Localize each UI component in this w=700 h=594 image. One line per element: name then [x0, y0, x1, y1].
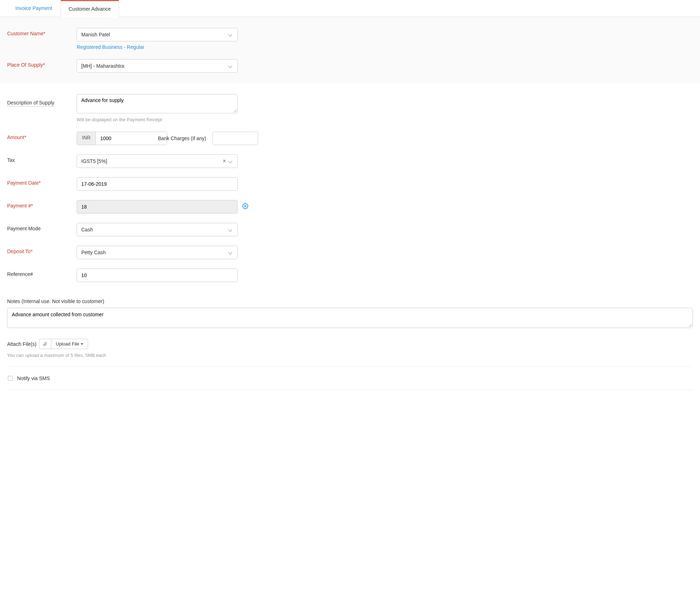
- notes-label: Notes (Internal use. Not visible to cust…: [7, 298, 693, 304]
- tax-select[interactable]: IGST5 [5%] ×: [77, 154, 238, 168]
- caret-down-icon: [81, 343, 83, 345]
- paperclip-icon: [43, 342, 47, 347]
- section-footer: Notes (Internal use. Not visible to cust…: [0, 298, 700, 406]
- notify-sms-label: Notify via SMS: [17, 375, 50, 381]
- registered-business-link[interactable]: Registered Business - Regular: [77, 44, 144, 50]
- bank-charges-input[interactable]: [217, 135, 279, 141]
- reference-input[interactable]: [81, 272, 233, 278]
- reference-label: Reference#: [7, 268, 77, 277]
- notes-textarea-wrap[interactable]: [7, 308, 693, 328]
- deposit-to-select[interactable]: Petty Cash: [77, 246, 238, 259]
- chevron-down-icon: [229, 159, 233, 163]
- customer-name-select[interactable]: Manish Patel: [77, 28, 238, 41]
- description-hint: Will be displayed on the Payment Receipt: [77, 117, 238, 122]
- chevron-down-icon: [229, 227, 233, 232]
- payment-date-input[interactable]: [81, 181, 233, 187]
- payment-number-label: Payment #*: [7, 200, 77, 209]
- svg-point-0: [245, 205, 246, 207]
- tab-customer-advance[interactable]: Customer Advance: [61, 0, 119, 17]
- resize-handle-icon[interactable]: [688, 323, 692, 327]
- upload-file-label: Upload File: [56, 341, 79, 347]
- amount-label: Amount*: [7, 132, 77, 140]
- payment-number-input: [81, 204, 233, 210]
- upload-file-button[interactable]: Upload File: [51, 339, 88, 349]
- section-details: Description of Supply Will be displayed …: [0, 83, 700, 298]
- section-customer: Customer Name* Manish Patel Registered B…: [0, 17, 700, 83]
- payment-mode-label: Payment Mode: [7, 223, 77, 231]
- payment-number-input-wrap: [77, 200, 238, 214]
- payment-date-label: Payment Date*: [7, 177, 77, 186]
- place-of-supply-value: [MH] - Maharashtra: [81, 63, 229, 69]
- description-textarea[interactable]: [77, 94, 238, 113]
- attach-label: Attach File(s): [7, 341, 36, 347]
- description-input[interactable]: [81, 97, 233, 110]
- chevron-down-icon: [229, 32, 233, 37]
- bank-charges-label: Bank Charges (if any): [151, 133, 212, 144]
- customer-name-value: Manish Patel: [81, 32, 229, 37]
- gear-icon[interactable]: [242, 200, 248, 209]
- divider: [7, 390, 693, 390]
- chevron-down-icon: [229, 64, 233, 68]
- tabs-bar: Invoice Payment Customer Advance: [0, 0, 700, 17]
- deposit-to-label: Deposit To*: [7, 246, 77, 254]
- payment-date-input-wrap[interactable]: [77, 177, 238, 191]
- payment-mode-value: Cash: [81, 227, 229, 232]
- currency-addon: INR: [77, 132, 96, 145]
- tax-value: IGST5 [5%]: [81, 158, 223, 164]
- place-of-supply-label: Place Of Supply*: [7, 59, 77, 68]
- place-of-supply-select[interactable]: [MH] - Maharashtra: [77, 59, 238, 73]
- clear-icon[interactable]: ×: [223, 158, 226, 164]
- resize-handle-icon[interactable]: [233, 109, 237, 112]
- attachment-icon-button[interactable]: [39, 339, 51, 349]
- tax-label: Tax: [7, 154, 77, 163]
- amount-input-group: INR: [77, 132, 151, 145]
- divider: [7, 367, 693, 367]
- chevron-down-icon: [229, 250, 233, 255]
- attach-hint: You can upload a maximum of 5 files, 5MB…: [7, 353, 693, 358]
- tab-invoice-payment[interactable]: Invoice Payment: [7, 0, 61, 17]
- notes-textarea[interactable]: [12, 312, 688, 323]
- payment-mode-select[interactable]: Cash: [77, 223, 238, 236]
- notify-sms-checkbox[interactable]: [8, 376, 13, 381]
- deposit-to-value: Petty Cash: [81, 250, 229, 255]
- bank-charges-input-wrap[interactable]: [212, 132, 258, 145]
- reference-input-wrap[interactable]: [77, 268, 238, 282]
- description-label: Description of Supply: [7, 97, 54, 107]
- customer-name-label: Customer Name*: [7, 28, 77, 36]
